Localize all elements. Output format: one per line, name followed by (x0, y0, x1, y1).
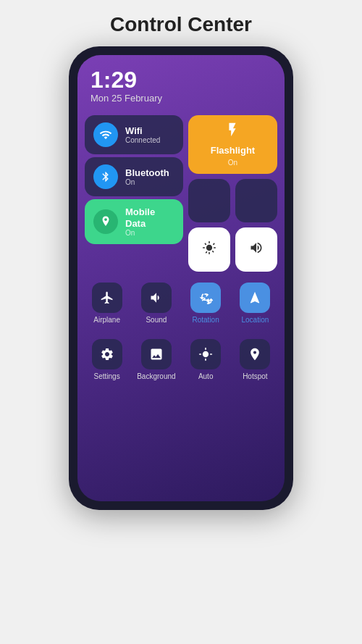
brightness-icon (202, 241, 216, 259)
clock-date: Mon 25 February (90, 93, 272, 104)
mobile-data-tile[interactable]: Mobile Data On (85, 199, 183, 244)
hotspot-label: Hotspot (243, 372, 267, 380)
row-connectivity: Wifi Connected Bluetooth On (85, 115, 277, 272)
status-area: 1:29 Mon 25 February (77, 55, 285, 109)
flashlight-icon (224, 122, 240, 142)
flashlight-status: On (228, 159, 237, 167)
background-tile[interactable]: Background (134, 335, 178, 385)
mobile-label: Mobile Data On (125, 206, 174, 237)
control-grid: Wifi Connected Bluetooth On (77, 109, 285, 501)
row-quick-actions: Airplane Sound R (85, 277, 277, 330)
background-icon (141, 339, 172, 369)
dark-tile-1[interactable] (188, 179, 230, 223)
volume-icon (249, 241, 264, 259)
wifi-tile[interactable]: Wifi Connected (85, 115, 183, 154)
location-tile[interactable]: Location (233, 277, 277, 330)
bluetooth-label: Bluetooth On (125, 167, 169, 187)
brightness-tile[interactable] (188, 227, 230, 272)
sound-label: Sound (146, 316, 167, 324)
settings-tile[interactable]: Settings (85, 335, 129, 385)
sound-icon (141, 283, 172, 313)
dark-tile-2[interactable] (235, 179, 277, 223)
volume-tile[interactable] (235, 227, 277, 272)
bluetooth-icon (93, 164, 118, 189)
page-title: Control Center (110, 13, 252, 36)
bluetooth-tile[interactable]: Bluetooth On (85, 157, 183, 196)
airplane-tile[interactable]: Airplane (85, 277, 129, 330)
airplane-label: Airplane (93, 316, 120, 324)
right-col: Flashlight On (188, 115, 277, 272)
auto-label: Auto (198, 372, 214, 380)
connectivity-block: Wifi Connected Bluetooth On (85, 115, 183, 272)
sound-tile[interactable]: Sound (134, 277, 178, 330)
wifi-label: Wifi Connected (125, 125, 160, 145)
white-tiles-row (188, 227, 277, 272)
phone-frame: 1:29 Mon 25 February (69, 46, 293, 510)
rotation-label: Rotation (193, 316, 219, 324)
row-settings: Settings Background (85, 335, 277, 388)
dark-tiles-row (188, 179, 277, 223)
flashlight-label: Flashlight (211, 145, 255, 156)
mobile-data-icon (93, 209, 118, 234)
hotspot-icon (240, 339, 270, 369)
clock-time: 1:29 (90, 68, 272, 91)
rotation-tile[interactable]: Rotation (184, 277, 228, 330)
airplane-icon (92, 283, 122, 313)
rotation-icon (190, 283, 221, 313)
background-label: Background (137, 372, 175, 380)
auto-tile[interactable]: Auto (184, 335, 228, 385)
phone-screen: 1:29 Mon 25 February (77, 55, 285, 501)
location-label: Location (241, 316, 269, 324)
settings-icon (92, 339, 122, 369)
location-icon (240, 283, 270, 313)
settings-label: Settings (94, 372, 120, 380)
flashlight-tile[interactable]: Flashlight On (188, 115, 277, 174)
wifi-icon (93, 122, 118, 147)
auto-icon (190, 339, 221, 369)
hotspot-tile[interactable]: Hotspot (233, 335, 277, 385)
